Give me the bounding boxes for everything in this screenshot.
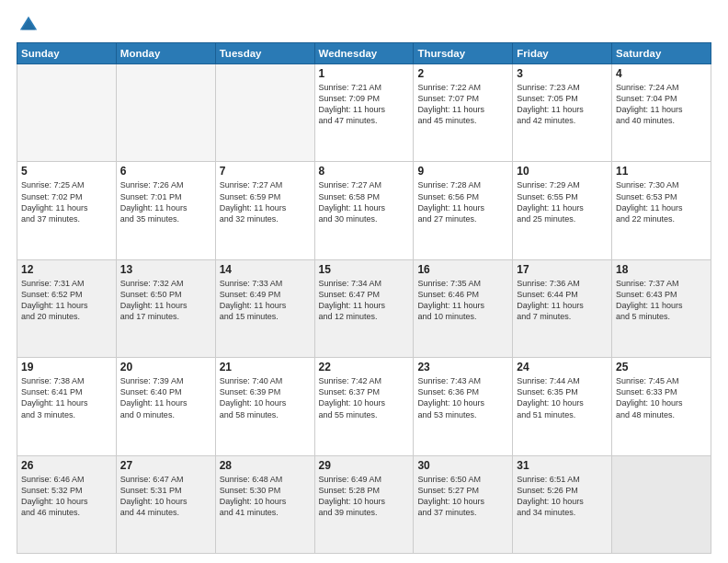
cell-day-number: 16 [417, 263, 508, 276]
calendar-cell: 26Sunrise: 6:46 AM Sunset: 5:32 PM Dayli… [17, 455, 117, 553]
cell-day-info: Sunrise: 7:45 AM Sunset: 6:33 PM Dayligh… [616, 375, 707, 420]
cell-day-number: 10 [517, 165, 608, 178]
cell-day-number: 31 [517, 459, 608, 472]
cell-day-info: Sunrise: 7:40 AM Sunset: 6:39 PM Dayligh… [220, 375, 311, 420]
calendar-week-row: 12Sunrise: 7:31 AM Sunset: 6:52 PM Dayli… [17, 259, 711, 357]
cell-day-number: 14 [220, 263, 311, 276]
cell-day-info: Sunrise: 7:22 AM Sunset: 7:07 PM Dayligh… [417, 82, 508, 127]
calendar-week-row: 19Sunrise: 7:38 AM Sunset: 6:41 PM Dayli… [17, 358, 711, 455]
cell-day-number: 23 [417, 361, 508, 373]
calendar-cell: 16Sunrise: 7:35 AM Sunset: 6:46 PM Dayli… [414, 259, 513, 357]
cell-day-number: 20 [120, 361, 211, 373]
cell-day-number: 15 [319, 263, 410, 276]
cell-day-info: Sunrise: 7:39 AM Sunset: 6:40 PM Dayligh… [120, 375, 211, 420]
cell-day-number: 19 [21, 361, 112, 373]
cell-day-info: Sunrise: 7:27 AM Sunset: 6:58 PM Dayligh… [319, 179, 410, 224]
cell-day-number: 22 [319, 361, 410, 373]
calendar-cell: 24Sunrise: 7:44 AM Sunset: 6:35 PM Dayli… [513, 358, 612, 455]
calendar-cell: 3Sunrise: 7:23 AM Sunset: 7:05 PM Daylig… [513, 64, 612, 162]
cell-day-info: Sunrise: 6:49 AM Sunset: 5:28 PM Dayligh… [319, 474, 410, 519]
calendar-header-tuesday: Tuesday [215, 43, 314, 64]
cell-day-number: 24 [517, 361, 608, 373]
cell-day-number: 26 [21, 459, 112, 472]
calendar-cell: 5Sunrise: 7:25 AM Sunset: 7:02 PM Daylig… [17, 162, 117, 259]
cell-day-number: 29 [319, 459, 410, 472]
calendar-cell: 20Sunrise: 7:39 AM Sunset: 6:40 PM Dayli… [116, 358, 215, 455]
cell-day-number: 13 [120, 263, 211, 276]
cell-day-info: Sunrise: 7:32 AM Sunset: 6:50 PM Dayligh… [120, 278, 211, 323]
calendar-cell: 29Sunrise: 6:49 AM Sunset: 5:28 PM Dayli… [314, 455, 414, 553]
cell-day-info: Sunrise: 7:23 AM Sunset: 7:05 PM Dayligh… [517, 82, 608, 127]
cell-day-info: Sunrise: 7:29 AM Sunset: 6:55 PM Dayligh… [517, 179, 608, 224]
cell-day-info: Sunrise: 7:26 AM Sunset: 7:01 PM Dayligh… [120, 179, 211, 224]
calendar-header-saturday: Saturday [612, 43, 711, 64]
calendar-cell: 13Sunrise: 7:32 AM Sunset: 6:50 PM Dayli… [116, 259, 215, 357]
cell-day-info: Sunrise: 7:44 AM Sunset: 6:35 PM Dayligh… [517, 375, 608, 420]
page: SundayMondayTuesdayWednesdayThursdayFrid… [0, 0, 728, 563]
cell-day-number: 17 [517, 263, 608, 276]
calendar-cell: 12Sunrise: 7:31 AM Sunset: 6:52 PM Dayli… [17, 259, 117, 357]
calendar-cell: 1Sunrise: 7:21 AM Sunset: 7:09 PM Daylig… [314, 64, 414, 162]
cell-day-number: 25 [616, 361, 707, 373]
cell-day-info: Sunrise: 6:51 AM Sunset: 5:26 PM Dayligh… [517, 474, 608, 519]
header [17, 15, 711, 35]
cell-day-info: Sunrise: 7:25 AM Sunset: 7:02 PM Dayligh… [21, 179, 112, 224]
calendar-cell: 31Sunrise: 6:51 AM Sunset: 5:26 PM Dayli… [513, 455, 612, 553]
cell-day-info: Sunrise: 7:36 AM Sunset: 6:44 PM Dayligh… [517, 278, 608, 323]
cell-day-number: 4 [616, 67, 707, 80]
calendar-header-thursday: Thursday [414, 43, 513, 64]
cell-day-number: 11 [616, 165, 707, 178]
cell-day-info: Sunrise: 7:30 AM Sunset: 6:53 PM Dayligh… [616, 179, 707, 224]
calendar-cell: 23Sunrise: 7:43 AM Sunset: 6:36 PM Dayli… [414, 358, 513, 455]
cell-day-number: 12 [21, 263, 112, 276]
cell-day-info: Sunrise: 7:33 AM Sunset: 6:49 PM Dayligh… [220, 278, 311, 323]
cell-day-info: Sunrise: 7:34 AM Sunset: 6:47 PM Dayligh… [319, 278, 410, 323]
calendar-week-row: 5Sunrise: 7:25 AM Sunset: 7:02 PM Daylig… [17, 162, 711, 259]
cell-day-number: 5 [21, 165, 112, 178]
cell-day-info: Sunrise: 6:50 AM Sunset: 5:27 PM Dayligh… [417, 474, 508, 519]
cell-day-number: 7 [220, 165, 311, 178]
cell-day-info: Sunrise: 7:43 AM Sunset: 6:36 PM Dayligh… [417, 375, 508, 420]
cell-day-info: Sunrise: 7:42 AM Sunset: 6:37 PM Dayligh… [319, 375, 410, 420]
calendar-cell [215, 64, 314, 162]
calendar-cell: 15Sunrise: 7:34 AM Sunset: 6:47 PM Dayli… [314, 259, 414, 357]
cell-day-number: 30 [417, 459, 508, 472]
calendar-cell: 25Sunrise: 7:45 AM Sunset: 6:33 PM Dayli… [612, 358, 711, 455]
calendar-cell: 19Sunrise: 7:38 AM Sunset: 6:41 PM Dayli… [17, 358, 117, 455]
calendar-header-row: SundayMondayTuesdayWednesdayThursdayFrid… [17, 43, 711, 64]
calendar-cell [17, 64, 117, 162]
logo-icon [18, 15, 39, 35]
calendar-cell: 10Sunrise: 7:29 AM Sunset: 6:55 PM Dayli… [513, 162, 612, 259]
cell-day-info: Sunrise: 6:46 AM Sunset: 5:32 PM Dayligh… [21, 474, 112, 519]
cell-day-info: Sunrise: 6:47 AM Sunset: 5:31 PM Dayligh… [120, 474, 211, 519]
cell-day-info: Sunrise: 7:37 AM Sunset: 6:43 PM Dayligh… [616, 278, 707, 323]
cell-day-number: 18 [616, 263, 707, 276]
calendar-cell: 11Sunrise: 7:30 AM Sunset: 6:53 PM Dayli… [612, 162, 711, 259]
calendar-header-sunday: Sunday [17, 43, 117, 64]
cell-day-number: 8 [319, 165, 410, 178]
calendar-cell: 21Sunrise: 7:40 AM Sunset: 6:39 PM Dayli… [215, 358, 314, 455]
calendar-header-friday: Friday [513, 43, 612, 64]
cell-day-number: 3 [517, 67, 608, 80]
calendar-cell: 4Sunrise: 7:24 AM Sunset: 7:04 PM Daylig… [612, 64, 711, 162]
cell-day-info: Sunrise: 7:27 AM Sunset: 6:59 PM Dayligh… [220, 179, 311, 224]
calendar-week-row: 1Sunrise: 7:21 AM Sunset: 7:09 PM Daylig… [17, 64, 711, 162]
calendar-cell: 2Sunrise: 7:22 AM Sunset: 7:07 PM Daylig… [414, 64, 513, 162]
cell-day-info: Sunrise: 7:24 AM Sunset: 7:04 PM Dayligh… [616, 82, 707, 127]
calendar-cell [612, 455, 711, 553]
calendar-cell: 30Sunrise: 6:50 AM Sunset: 5:27 PM Dayli… [414, 455, 513, 553]
cell-day-number: 21 [220, 361, 311, 373]
cell-day-info: Sunrise: 7:28 AM Sunset: 6:56 PM Dayligh… [417, 179, 508, 224]
cell-day-info: Sunrise: 7:21 AM Sunset: 7:09 PM Dayligh… [319, 82, 410, 127]
calendar-cell: 7Sunrise: 7:27 AM Sunset: 6:59 PM Daylig… [215, 162, 314, 259]
calendar-cell: 6Sunrise: 7:26 AM Sunset: 7:01 PM Daylig… [116, 162, 215, 259]
calendar-cell: 22Sunrise: 7:42 AM Sunset: 6:37 PM Dayli… [314, 358, 414, 455]
cell-day-number: 27 [120, 459, 211, 472]
cell-day-number: 9 [417, 165, 508, 178]
calendar-cell: 27Sunrise: 6:47 AM Sunset: 5:31 PM Dayli… [116, 455, 215, 553]
calendar-week-row: 26Sunrise: 6:46 AM Sunset: 5:32 PM Dayli… [17, 455, 711, 553]
calendar-cell: 18Sunrise: 7:37 AM Sunset: 6:43 PM Dayli… [612, 259, 711, 357]
calendar-table: SundayMondayTuesdayWednesdayThursdayFrid… [17, 42, 711, 554]
calendar-cell: 8Sunrise: 7:27 AM Sunset: 6:58 PM Daylig… [314, 162, 414, 259]
calendar-header-monday: Monday [116, 43, 215, 64]
